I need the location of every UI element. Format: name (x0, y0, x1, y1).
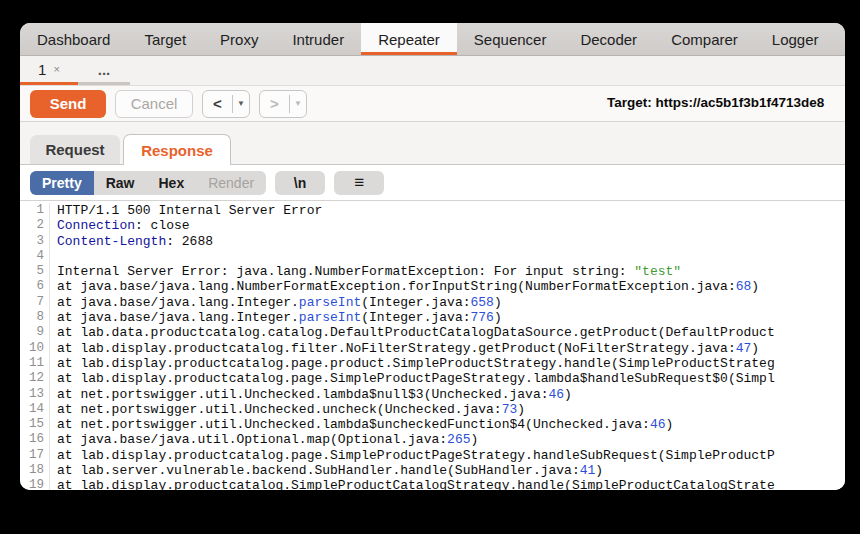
main-nav: DashboardTargetProxyIntruderRepeaterSequ… (20, 23, 845, 56)
line-number: 3 (20, 234, 50, 249)
nav-tab-logger[interactable]: Logger (755, 23, 836, 55)
session-tab-bar: 1 × ... (20, 56, 845, 86)
line-number: 5 (20, 264, 50, 279)
code-text: HTTP/1.1 500 Internal Server Error (50, 203, 322, 218)
back-dropdown-icon[interactable]: ▼ (233, 99, 249, 108)
history-forward-button[interactable]: > ▼ (259, 90, 307, 118)
code-line: 6at java.base/java.lang.NumberFormatExce… (20, 279, 845, 294)
code-text: Internal Server Error: java.lang.NumberF… (50, 264, 681, 279)
nav-tab-target[interactable]: Target (127, 23, 203, 55)
code-line: 18at lab.server.vulnerable.backend.SubHa… (20, 463, 845, 478)
code-line: 14at net.portswigger.util.Unchecked.unch… (20, 402, 845, 417)
request-toolbar: Send Cancel < ▼ > ▼ Target: https://ac5b… (20, 86, 845, 122)
view-mode-hex[interactable]: Hex (146, 171, 196, 195)
code-line: 15at net.portswigger.util.Unchecked.lamb… (20, 417, 845, 432)
forward-dropdown-icon[interactable]: ▼ (290, 99, 306, 108)
code-text: at lab.display.productcatalog.SimpleProd… (50, 478, 775, 490)
line-number: 9 (20, 325, 50, 340)
line-number: 16 (20, 432, 50, 447)
code-line: 2Connection: close (20, 218, 845, 233)
nav-tab-sequencer[interactable]: Sequencer (457, 23, 564, 55)
code-text: at java.base/java.lang.Integer.parseInt(… (50, 310, 502, 325)
message-tab-bar: Request Response (20, 122, 845, 165)
code-line: 8at java.base/java.lang.Integer.parseInt… (20, 310, 845, 325)
view-mode-render[interactable]: Render (196, 171, 266, 195)
tab-response[interactable]: Response (123, 134, 231, 165)
send-button[interactable]: Send (30, 90, 106, 118)
code-line: 12at lab.display.productcatalog.page.Sim… (20, 371, 845, 386)
code-text: at net.portswigger.util.Unchecked.unchec… (50, 402, 525, 417)
response-editor[interactable]: 1HTTP/1.1 500 Internal Server Error2Conn… (20, 200, 845, 490)
cancel-button[interactable]: Cancel (115, 90, 193, 118)
tab-request[interactable]: Request (30, 135, 120, 164)
code-line: 5Internal Server Error: java.lang.Number… (20, 264, 845, 279)
code-text: at net.portswigger.util.Unchecked.lambda… (50, 417, 673, 432)
nav-tab-decoder[interactable]: Decoder (563, 23, 654, 55)
back-arrow-icon[interactable]: < (203, 95, 232, 112)
history-back-button[interactable]: < ▼ (202, 90, 250, 118)
code-text: at java.base/java.lang.NumberFormatExcep… (50, 279, 759, 294)
nav-tab-repeater[interactable]: Repeater (361, 23, 457, 55)
code-line: 4 (20, 249, 845, 264)
code-text: Content-Length: 2688 (50, 234, 213, 249)
code-text: at lab.data.productcatalog.catalog.Defau… (50, 325, 775, 340)
target-url: Target: https://ac5b1f3b1f4713de8 (607, 95, 824, 110)
nav-tab-intruder[interactable]: Intruder (275, 23, 361, 55)
editor-menu-icon[interactable]: ≡ (334, 171, 384, 195)
code-line: 17at lab.display.productcatalog.page.Sim… (20, 448, 845, 463)
code-text: at net.portswigger.util.Unchecked.lambda… (50, 387, 572, 402)
line-number: 4 (20, 249, 50, 264)
code-text: at lab.display.productcatalog.page.produ… (50, 356, 775, 371)
code-line: 7at java.base/java.lang.Integer.parseInt… (20, 295, 845, 310)
view-mode-pretty[interactable]: Pretty (30, 171, 94, 195)
line-number: 2 (20, 218, 50, 233)
code-line: 10at lab.display.productcatalog.filter.N… (20, 341, 845, 356)
session-tab-label: 1 (38, 61, 46, 78)
view-mode-raw[interactable]: Raw (94, 171, 147, 195)
nav-tab-dashboard[interactable]: Dashboard (20, 23, 127, 55)
session-tab-1[interactable]: 1 × (20, 56, 78, 85)
response-view-toolbar: Pretty Raw Hex Render \n ≡ (20, 165, 845, 200)
line-number: 17 (20, 448, 50, 463)
line-number: 13 (20, 387, 50, 402)
code-text: at lab.display.productcatalog.filter.NoF… (50, 341, 759, 356)
nav-tab-proxy[interactable]: Proxy (203, 23, 275, 55)
line-number: 19 (20, 478, 50, 490)
line-number: 15 (20, 417, 50, 432)
session-tab-more[interactable]: ... (78, 56, 130, 85)
code-text: at java.base/java.lang.Integer.parseInt(… (50, 295, 502, 310)
code-text: Connection: close (50, 218, 190, 233)
line-number: 14 (20, 402, 50, 417)
view-mode-segmented-control: Pretty Raw Hex Render (30, 171, 266, 195)
line-number: 12 (20, 371, 50, 386)
code-text: at java.base/java.util.Optional.map(Opti… (50, 432, 478, 447)
code-line: 11at lab.display.productcatalog.page.pro… (20, 356, 845, 371)
line-number: 7 (20, 295, 50, 310)
nav-tab-comparer[interactable]: Comparer (654, 23, 755, 55)
code-text: at lab.server.vulnerable.backend.SubHand… (50, 463, 603, 478)
code-text: at lab.display.productcatalog.page.Simpl… (50, 371, 775, 386)
line-number: 10 (20, 341, 50, 356)
code-line: 19at lab.display.productcatalog.SimplePr… (20, 478, 845, 490)
line-number: 1 (20, 203, 50, 218)
code-line: 9at lab.data.productcatalog.catalog.Defa… (20, 325, 845, 340)
close-tab-icon[interactable]: × (53, 63, 59, 75)
code-text: at lab.display.productcatalog.page.Simpl… (50, 448, 775, 463)
code-line: 16at java.base/java.util.Optional.map(Op… (20, 432, 845, 447)
line-number: 8 (20, 310, 50, 325)
line-number: 11 (20, 356, 50, 371)
show-newlines-button[interactable]: \n (275, 171, 325, 195)
code-line: 13at net.portswigger.util.Unchecked.lamb… (20, 387, 845, 402)
code-line: 3Content-Length: 2688 (20, 234, 845, 249)
code-line: 1HTTP/1.1 500 Internal Server Error (20, 203, 845, 218)
forward-arrow-icon[interactable]: > (260, 95, 289, 112)
line-number: 6 (20, 279, 50, 294)
code-text (50, 249, 57, 264)
line-number: 18 (20, 463, 50, 478)
burp-repeater-window: DashboardTargetProxyIntruderRepeaterSequ… (20, 23, 845, 490)
